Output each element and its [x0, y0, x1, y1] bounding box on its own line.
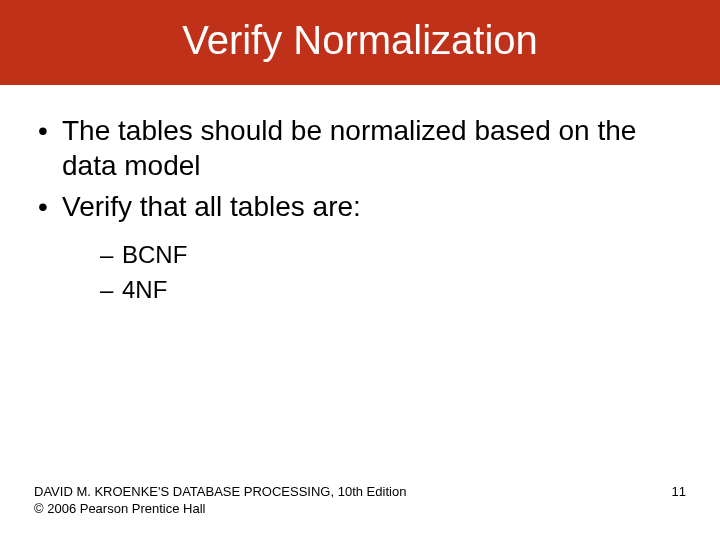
- bullet-text: Verify that all tables are:: [62, 191, 361, 222]
- slide: Verify Normalization The tables should b…: [0, 0, 720, 540]
- bullet-item: The tables should be normalized based on…: [34, 113, 686, 183]
- slide-content: The tables should be normalized based on…: [0, 85, 720, 308]
- bullet-item: Verify that all tables are: BCNF 4NF: [34, 189, 686, 308]
- slide-footer: DAVID M. KROENKE'S DATABASE PROCESSING, …: [34, 484, 686, 518]
- footer-attribution: DAVID M. KROENKE'S DATABASE PROCESSING, …: [34, 484, 406, 518]
- slide-title: Verify Normalization: [0, 0, 720, 85]
- footer-line-2: © 2006 Pearson Prentice Hall: [34, 501, 406, 518]
- sub-bullet-item: BCNF: [100, 238, 686, 273]
- footer-line-1: DAVID M. KROENKE'S DATABASE PROCESSING, …: [34, 484, 406, 501]
- sub-bullet-list: BCNF 4NF: [62, 238, 686, 308]
- bullet-text: The tables should be normalized based on…: [62, 115, 636, 181]
- page-number: 11: [672, 484, 686, 501]
- sub-bullet-text: 4NF: [122, 276, 167, 303]
- sub-bullet-item: 4NF: [100, 273, 686, 308]
- bullet-list: The tables should be normalized based on…: [34, 113, 686, 308]
- sub-bullet-text: BCNF: [122, 241, 187, 268]
